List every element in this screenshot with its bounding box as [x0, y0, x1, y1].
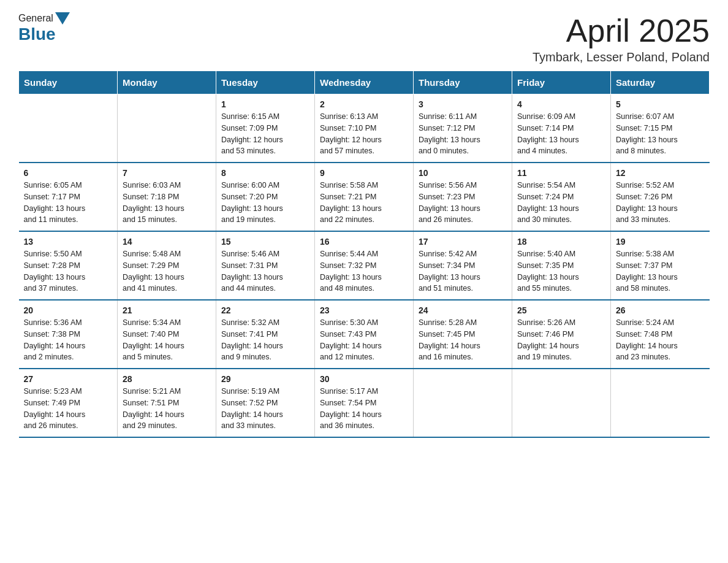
calendar-day-cell: 6Sunrise: 6:05 AMSunset: 7:17 PMDaylight…	[19, 163, 118, 231]
calendar-header-cell: Friday	[512, 71, 611, 94]
day-info: Sunrise: 5:38 AMSunset: 7:37 PMDaylight:…	[616, 248, 705, 294]
day-info: Sunrise: 5:58 AMSunset: 7:21 PMDaylight:…	[320, 180, 408, 226]
calendar-day-cell: 22Sunrise: 5:32 AMSunset: 7:41 PMDayligh…	[216, 300, 315, 369]
calendar-day-cell: 21Sunrise: 5:34 AMSunset: 7:40 PMDayligh…	[118, 300, 216, 369]
calendar-day-cell: 11Sunrise: 5:54 AMSunset: 7:24 PMDayligh…	[512, 163, 611, 231]
title-area: April 2025 Tymbark, Lesser Poland, Polan…	[533, 12, 710, 64]
location-text: Tymbark, Lesser Poland, Poland	[533, 50, 710, 64]
day-info: Sunrise: 5:34 AMSunset: 7:40 PMDaylight:…	[123, 317, 211, 363]
calendar-header-cell: Saturday	[611, 71, 710, 94]
calendar-day-cell: 3Sunrise: 6:11 AMSunset: 7:12 PMDaylight…	[414, 94, 512, 163]
day-info: Sunrise: 6:11 AMSunset: 7:12 PMDaylight:…	[419, 111, 507, 157]
calendar-day-cell: 17Sunrise: 5:42 AMSunset: 7:34 PMDayligh…	[414, 231, 512, 300]
calendar-table: SundayMondayTuesdayWednesdayThursdayFrid…	[18, 71, 710, 438]
day-info: Sunrise: 5:26 AMSunset: 7:46 PMDaylight:…	[517, 317, 605, 363]
day-number: 16	[320, 237, 408, 247]
day-info: Sunrise: 5:19 AMSunset: 7:52 PMDaylight:…	[221, 386, 309, 432]
calendar-day-cell: 14Sunrise: 5:48 AMSunset: 7:29 PMDayligh…	[118, 231, 216, 300]
calendar-day-cell: 12Sunrise: 5:52 AMSunset: 7:26 PMDayligh…	[611, 163, 710, 231]
calendar-day-cell: 16Sunrise: 5:44 AMSunset: 7:32 PMDayligh…	[315, 231, 414, 300]
day-number: 30	[320, 374, 408, 384]
day-info: Sunrise: 5:56 AMSunset: 7:23 PMDaylight:…	[419, 180, 507, 226]
day-info: Sunrise: 5:32 AMSunset: 7:41 PMDaylight:…	[221, 317, 309, 363]
day-number: 8	[221, 168, 309, 178]
day-info: Sunrise: 5:44 AMSunset: 7:32 PMDaylight:…	[320, 248, 408, 294]
day-number: 18	[517, 237, 605, 247]
day-number: 28	[123, 374, 211, 384]
day-info: Sunrise: 5:23 AMSunset: 7:49 PMDaylight:…	[24, 386, 113, 432]
day-number: 26	[616, 305, 705, 315]
day-number: 21	[123, 305, 211, 315]
calendar-day-cell: 7Sunrise: 6:03 AMSunset: 7:18 PMDaylight…	[118, 163, 216, 231]
day-number: 5	[616, 99, 705, 109]
day-info: Sunrise: 6:00 AMSunset: 7:20 PMDaylight:…	[221, 180, 309, 226]
logo-general-text: General	[18, 13, 53, 24]
calendar-day-cell: 25Sunrise: 5:26 AMSunset: 7:46 PMDayligh…	[512, 300, 611, 369]
day-info: Sunrise: 6:09 AMSunset: 7:14 PMDaylight:…	[517, 111, 605, 157]
calendar-header-cell: Tuesday	[216, 71, 315, 94]
calendar-header-cell: Sunday	[19, 71, 118, 94]
day-number: 27	[24, 374, 113, 384]
day-info: Sunrise: 5:24 AMSunset: 7:48 PMDaylight:…	[616, 317, 705, 363]
month-title: April 2025	[533, 12, 710, 49]
calendar-week-row: 20Sunrise: 5:36 AMSunset: 7:38 PMDayligh…	[19, 300, 710, 369]
page-header: General Blue April 2025 Tymbark, Lesser …	[18, 12, 710, 64]
calendar-header: SundayMondayTuesdayWednesdayThursdayFrid…	[19, 71, 710, 94]
calendar-week-row: 27Sunrise: 5:23 AMSunset: 7:49 PMDayligh…	[19, 369, 710, 437]
day-info: Sunrise: 5:21 AMSunset: 7:51 PMDaylight:…	[123, 386, 211, 432]
day-info: Sunrise: 5:28 AMSunset: 7:45 PMDaylight:…	[419, 317, 507, 363]
calendar-day-cell: 20Sunrise: 5:36 AMSunset: 7:38 PMDayligh…	[19, 300, 118, 369]
day-number: 22	[221, 305, 309, 315]
day-info: Sunrise: 5:36 AMSunset: 7:38 PMDaylight:…	[24, 317, 113, 363]
day-number: 3	[419, 99, 507, 109]
day-number: 20	[24, 305, 113, 315]
calendar-day-cell: 23Sunrise: 5:30 AMSunset: 7:43 PMDayligh…	[315, 300, 414, 369]
calendar-day-cell	[611, 369, 710, 437]
calendar-day-cell: 8Sunrise: 6:00 AMSunset: 7:20 PMDaylight…	[216, 163, 315, 231]
calendar-day-cell: 30Sunrise: 5:17 AMSunset: 7:54 PMDayligh…	[315, 369, 414, 437]
logo-triangle-icon	[55, 12, 70, 25]
day-number: 25	[517, 305, 605, 315]
day-number: 7	[123, 168, 211, 178]
day-number: 17	[419, 237, 507, 247]
calendar-day-cell: 28Sunrise: 5:21 AMSunset: 7:51 PMDayligh…	[118, 369, 216, 437]
calendar-body: 1Sunrise: 6:15 AMSunset: 7:09 PMDaylight…	[19, 94, 710, 438]
logo: General Blue	[18, 12, 72, 44]
day-number: 2	[320, 99, 408, 109]
calendar-day-cell: 24Sunrise: 5:28 AMSunset: 7:45 PMDayligh…	[414, 300, 512, 369]
day-number: 11	[517, 168, 605, 178]
calendar-day-cell: 15Sunrise: 5:46 AMSunset: 7:31 PMDayligh…	[216, 231, 315, 300]
calendar-header-cell: Monday	[118, 71, 216, 94]
day-info: Sunrise: 5:17 AMSunset: 7:54 PMDaylight:…	[320, 386, 408, 432]
day-number: 15	[221, 237, 309, 247]
day-number: 1	[221, 99, 309, 109]
day-info: Sunrise: 5:46 AMSunset: 7:31 PMDaylight:…	[221, 248, 309, 294]
logo-blue-text: Blue	[18, 25, 56, 44]
calendar-header-row: SundayMondayTuesdayWednesdayThursdayFrid…	[19, 71, 710, 94]
day-number: 24	[419, 305, 507, 315]
calendar-day-cell: 13Sunrise: 5:50 AMSunset: 7:28 PMDayligh…	[19, 231, 118, 300]
calendar-day-cell: 2Sunrise: 6:13 AMSunset: 7:10 PMDaylight…	[315, 94, 414, 163]
calendar-day-cell: 4Sunrise: 6:09 AMSunset: 7:14 PMDaylight…	[512, 94, 611, 163]
calendar-day-cell	[118, 94, 216, 163]
day-number: 4	[517, 99, 605, 109]
day-number: 13	[24, 237, 113, 247]
day-number: 9	[320, 168, 408, 178]
day-number: 10	[419, 168, 507, 178]
calendar-week-row: 1Sunrise: 6:15 AMSunset: 7:09 PMDaylight…	[19, 94, 710, 163]
day-info: Sunrise: 5:50 AMSunset: 7:28 PMDaylight:…	[24, 248, 113, 294]
calendar-day-cell: 29Sunrise: 5:19 AMSunset: 7:52 PMDayligh…	[216, 369, 315, 437]
day-number: 14	[123, 237, 211, 247]
calendar-day-cell: 26Sunrise: 5:24 AMSunset: 7:48 PMDayligh…	[611, 300, 710, 369]
day-info: Sunrise: 6:07 AMSunset: 7:15 PMDaylight:…	[616, 111, 705, 157]
day-info: Sunrise: 6:13 AMSunset: 7:10 PMDaylight:…	[320, 111, 408, 157]
calendar-day-cell	[19, 94, 118, 163]
day-info: Sunrise: 6:03 AMSunset: 7:18 PMDaylight:…	[123, 180, 211, 226]
calendar-day-cell: 18Sunrise: 5:40 AMSunset: 7:35 PMDayligh…	[512, 231, 611, 300]
day-info: Sunrise: 5:48 AMSunset: 7:29 PMDaylight:…	[123, 248, 211, 294]
day-info: Sunrise: 5:42 AMSunset: 7:34 PMDaylight:…	[419, 248, 507, 294]
calendar-week-row: 13Sunrise: 5:50 AMSunset: 7:28 PMDayligh…	[19, 231, 710, 300]
day-info: Sunrise: 5:54 AMSunset: 7:24 PMDaylight:…	[517, 180, 605, 226]
day-number: 19	[616, 237, 705, 247]
calendar-header-cell: Wednesday	[315, 71, 414, 94]
